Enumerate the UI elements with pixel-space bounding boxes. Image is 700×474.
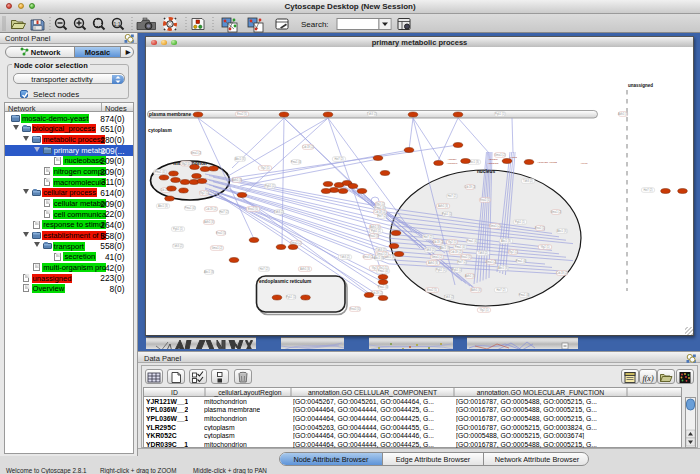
svg-text:Tdh3 (2): Tdh3 (2): [274, 210, 284, 214]
svg-text:Gma1 (2): Gma1 (2): [495, 153, 506, 157]
svg-text:Pgk1 (1): Pgk1 (1): [515, 220, 525, 224]
svg-text:Eno2 (5): Eno2 (5): [237, 112, 247, 116]
svg-text:Yfg2 (1): Yfg2 (1): [181, 162, 190, 166]
svg-text:Tdh3 (2): Tdh3 (2): [478, 251, 488, 255]
svg-text:plasma membrane: plasma membrane: [149, 112, 191, 117]
svg-text:Gma1 (2): Gma1 (2): [191, 151, 202, 155]
svg-text:Tdh3 (2): Tdh3 (2): [173, 244, 183, 248]
svg-text:Abc1 (3): Abc1 (3): [235, 157, 245, 161]
svg-text:Gma1 (2): Gma1 (2): [551, 210, 562, 214]
svg-text:Pma1 (4): Pma1 (4): [185, 206, 196, 210]
svg-text:endoplasmic reticulum: endoplasmic reticulum: [259, 279, 311, 284]
svg-text:Pgk1 (1): Pgk1 (1): [265, 184, 275, 188]
svg-text:Adh1 (3): Adh1 (3): [465, 274, 475, 278]
svg-text:Abc1 (3): Abc1 (3): [440, 246, 450, 250]
svg-text:Hxt7 (2): Hxt7 (2): [423, 235, 432, 239]
svg-text:Abc1 (3): Abc1 (3): [501, 239, 511, 243]
svg-text:Adh1 (3): Adh1 (3): [438, 204, 448, 208]
svg-text:Eno2 (5): Eno2 (5): [369, 234, 379, 238]
svg-text:Hxt7 (2): Hxt7 (2): [334, 157, 343, 161]
svg-text:Gma1 (2): Gma1 (2): [486, 260, 497, 264]
svg-text:Pma1 (4): Pma1 (4): [455, 245, 466, 249]
svg-text:Pgk1 (1): Pgk1 (1): [173, 227, 183, 231]
svg-text:Abc1 (3): Abc1 (3): [557, 229, 567, 233]
svg-text:Hxt7 (2): Hxt7 (2): [496, 288, 505, 292]
svg-text:Yfg2 (1): Yfg2 (1): [540, 245, 549, 249]
svg-text:Pgk1 (1): Pgk1 (1): [495, 112, 505, 116]
svg-text:Eno2 (5): Eno2 (5): [216, 231, 226, 235]
svg-text:Adh1 (3): Adh1 (3): [204, 220, 214, 224]
svg-text:1:1: 1:1: [114, 21, 121, 27]
svg-text:Tdh3 (2): Tdh3 (2): [340, 255, 350, 259]
svg-text:YDR305: YDR305: [488, 158, 498, 161]
svg-text:Eno2 (5): Eno2 (5): [427, 288, 437, 292]
svg-text:Hxt7 (2): Hxt7 (2): [219, 210, 228, 214]
svg-text:f(x): f(x): [642, 374, 653, 383]
svg-text:Abc1 (3): Abc1 (3): [204, 270, 214, 274]
svg-text:Pma1 (4): Pma1 (4): [378, 269, 389, 273]
svg-text:Hxt7 (2): Hxt7 (2): [643, 188, 652, 192]
svg-text:YGR192C YJL052: YGR192C YJL052: [537, 161, 557, 164]
svg-text:Hxt7 (2): Hxt7 (2): [447, 194, 456, 198]
svg-text:Yfg2 (1): Yfg2 (1): [447, 240, 456, 244]
svg-text:YKL06: YKL06: [580, 162, 588, 165]
svg-text:Pgk1 (1): Pgk1 (1): [371, 229, 381, 233]
svg-text:YHR92: YHR92: [509, 156, 517, 159]
svg-text:Cdc19 (2): Cdc19 (2): [205, 207, 217, 211]
svg-text:Pma1 (4): Pma1 (4): [378, 285, 389, 289]
svg-text:Adh1 (3): Adh1 (3): [232, 178, 242, 182]
svg-text:Abc1 (3): Abc1 (3): [498, 266, 508, 270]
svg-text:Search:: Search:: [301, 20, 329, 29]
svg-text:Pma1 (4): Pma1 (4): [155, 170, 166, 174]
svg-text:Tdh3 (2): Tdh3 (2): [367, 112, 377, 116]
svg-text:Tdh3 (2): Tdh3 (2): [425, 248, 435, 252]
svg-text:Eno2 (5): Eno2 (5): [350, 307, 360, 311]
svg-text:Adh1 (3): Adh1 (3): [428, 261, 438, 265]
svg-text:YDR342C: YDR342C: [488, 162, 499, 165]
svg-text:Tdh3 (2): Tdh3 (2): [523, 179, 533, 183]
svg-text:unassigned: unassigned: [628, 83, 653, 88]
svg-text:Eno2 (5): Eno2 (5): [248, 207, 258, 211]
svg-text:Pma1 (4): Pma1 (4): [519, 293, 530, 297]
svg-text:Eno2 (5): Eno2 (5): [461, 255, 471, 259]
svg-text:Cdc19 (2): Cdc19 (2): [556, 271, 568, 275]
svg-text:Cdc19 (2): Cdc19 (2): [432, 240, 444, 244]
svg-text:Yfg2 (1): Yfg2 (1): [199, 191, 208, 195]
svg-text:Pgk1 (1): Pgk1 (1): [436, 268, 446, 272]
svg-text:Hxt7 (2): Hxt7 (2): [259, 267, 268, 271]
svg-text:Hxt7 (2): Hxt7 (2): [457, 260, 466, 264]
svg-text:Adh1 (3): Adh1 (3): [300, 267, 310, 271]
svg-text:Gma1 (2): Gma1 (2): [363, 255, 374, 259]
svg-text:Cdc19 (2): Cdc19 (2): [302, 145, 314, 149]
svg-text:Pma1 (4): Pma1 (4): [467, 239, 478, 243]
svg-text:Abc1 (3): Abc1 (3): [158, 204, 168, 208]
svg-text:YGR254: YGR254: [447, 158, 457, 161]
svg-text:Yfg2 (1): Yfg2 (1): [260, 166, 269, 170]
svg-text:Cdc19 (2): Cdc19 (2): [450, 250, 462, 254]
svg-text:Tdh3 (2): Tdh3 (2): [444, 295, 454, 299]
svg-text:Gma1 (2): Gma1 (2): [212, 246, 223, 250]
svg-text:Gma1 (2): Gma1 (2): [432, 255, 443, 259]
svg-text:YLR081W: YLR081W: [447, 162, 459, 165]
svg-text:Cdc19 (2): Cdc19 (2): [464, 185, 476, 189]
svg-text:Pma1 (4): Pma1 (4): [516, 259, 527, 263]
svg-text:Gma1 (2): Gma1 (2): [490, 224, 501, 228]
svg-text:Pgk1 (1): Pgk1 (1): [442, 212, 452, 216]
svg-text:cytoplasm: cytoplasm: [148, 128, 172, 133]
svg-text:Pgk1 (1): Pgk1 (1): [286, 295, 296, 299]
svg-text:Adh1 (3): Adh1 (3): [618, 112, 628, 116]
svg-text:Abc1 (3): Abc1 (3): [374, 256, 384, 260]
svg-text:Yfg2 (1): Yfg2 (1): [479, 308, 488, 312]
svg-text:Adh1 (3): Adh1 (3): [471, 288, 481, 292]
svg-text:Pgk1 (1): Pgk1 (1): [452, 268, 462, 272]
svg-text:Eno2 (5): Eno2 (5): [535, 226, 545, 230]
svg-text:Hxt7 (2): Hxt7 (2): [377, 214, 386, 218]
svg-text:Abc1 (3): Abc1 (3): [469, 160, 479, 164]
svg-text:nucleus: nucleus: [477, 169, 495, 174]
svg-text:Pma1 (4): Pma1 (4): [291, 160, 302, 164]
svg-text:Yfg2 (1): Yfg2 (1): [508, 250, 517, 254]
svg-text:Eno2 (5): Eno2 (5): [480, 198, 490, 202]
